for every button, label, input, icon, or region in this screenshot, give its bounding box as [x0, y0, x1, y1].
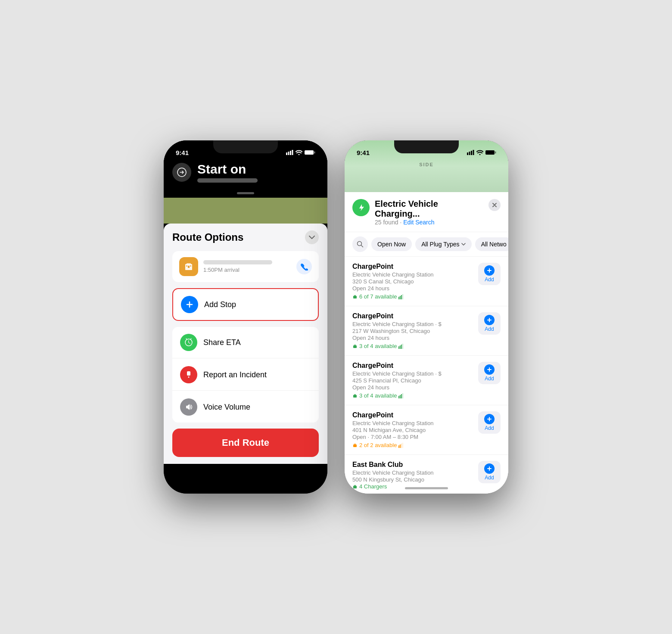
edit-search-link[interactable]: Edit Search	[403, 219, 434, 226]
filter-search-icon-button[interactable]	[352, 236, 368, 252]
svg-rect-35	[402, 344, 403, 349]
panel-title-row: Electric Vehicle Charging... 25 found · …	[352, 199, 501, 226]
svg-rect-52	[355, 485, 356, 486]
svg-rect-42	[402, 393, 403, 398]
nav-subtitle-bar	[197, 178, 258, 183]
svg-rect-0	[286, 152, 287, 155]
destination-info: 1:50PM arrival	[203, 260, 291, 273]
collapse-button[interactable]	[305, 230, 319, 244]
charger-plug-icon-1	[352, 344, 358, 349]
nav-header: Start on	[164, 159, 327, 189]
networks-label: All Netwo	[481, 241, 507, 248]
svg-rect-41	[401, 394, 402, 398]
chevron-down-icon-2	[461, 243, 466, 246]
voice-volume-icon	[180, 398, 197, 416]
add-label-2: Add	[485, 376, 494, 382]
plus-icon-3	[487, 416, 492, 422]
charger-type-1: Electric Vehicle Charging Station · $	[352, 321, 473, 327]
voice-volume-label: Voice Volume	[203, 403, 250, 412]
end-route-button[interactable]: End Route	[172, 429, 319, 457]
share-eta-item[interactable]: Share ETA	[172, 327, 319, 358]
networks-filter[interactable]: All Netwo	[475, 237, 508, 251]
status-time-2: 9:41	[357, 149, 370, 156]
charger-name-2: ChargePoint	[352, 362, 473, 370]
svg-rect-40	[400, 395, 401, 398]
add-button-2[interactable]: Add	[478, 362, 501, 384]
svg-rect-49	[402, 443, 403, 448]
close-panel-button[interactable]	[488, 199, 501, 211]
add-plus-icon-4	[484, 463, 495, 474]
svg-rect-1	[288, 152, 289, 155]
svg-rect-18	[473, 150, 474, 155]
add-plus-icon-2	[484, 364, 495, 375]
arrival-time: 1:50PM arrival	[203, 267, 291, 273]
notch-2	[394, 140, 459, 153]
availability-text-4: 4 Chargers	[359, 483, 387, 490]
charger-type-0: Electric Vehicle Charging Station	[352, 271, 473, 278]
phone-icon	[300, 263, 308, 270]
panel-subtitle: 25 found · Edit Search	[375, 219, 483, 226]
svg-rect-19	[485, 150, 495, 155]
svg-rect-24	[355, 295, 356, 296]
add-stop-label: Add Stop	[204, 300, 236, 309]
speaker-icon	[184, 402, 193, 412]
status-time-1: 9:41	[176, 149, 189, 156]
signal-icon	[286, 150, 293, 155]
svg-rect-9	[186, 265, 187, 267]
svg-rect-30	[354, 345, 355, 346]
svg-rect-39	[398, 396, 399, 398]
destination-card[interactable]: 1:50PM arrival	[172, 251, 319, 282]
svg-rect-43	[353, 444, 357, 447]
svg-rect-45	[355, 444, 356, 445]
svg-rect-37	[354, 394, 355, 395]
add-button-4[interactable]: Add	[478, 461, 501, 483]
charger-info-2: ChargePoint Electric Vehicle Charging St…	[352, 362, 473, 399]
search-icon	[356, 240, 364, 248]
availability-text-2: 3 of 4 available	[359, 392, 397, 399]
signal-availability-icon	[398, 294, 404, 299]
charger-item[interactable]: ChargePoint Electric Vehicle Charging St…	[345, 356, 508, 405]
add-button-0[interactable]: Add	[478, 263, 501, 285]
charger-info-4: East Bank Club Electric Vehicle Charging…	[352, 461, 473, 490]
svg-rect-44	[354, 444, 355, 445]
voice-volume-item[interactable]: Voice Volume	[172, 392, 319, 423]
svg-rect-38	[355, 394, 356, 395]
add-button-1[interactable]: Add	[478, 312, 501, 335]
battery-icon-2	[485, 150, 496, 155]
charger-item[interactable]: ChargePoint Electric Vehicle Charging St…	[345, 405, 508, 455]
signal-availability-icon-3	[398, 443, 404, 448]
add-stop-button[interactable]: Add Stop	[172, 288, 319, 321]
section-header: Route Options	[172, 230, 319, 244]
charger-item[interactable]: ChargePoint Electric Vehicle Charging St…	[345, 257, 508, 306]
add-label-1: Add	[485, 326, 494, 332]
charger-type-3: Electric Vehicle Charging Station	[352, 420, 473, 426]
svg-rect-15	[467, 152, 468, 155]
add-plus-icon-1	[484, 315, 495, 325]
svg-rect-2	[290, 151, 291, 155]
plug-types-filter[interactable]: All Plug Types	[415, 237, 471, 251]
signal-icon-2	[467, 150, 474, 155]
charger-hours-3: Open · 7:00 AM – 8:30 PM	[352, 434, 473, 440]
destination-name-bar	[203, 260, 272, 264]
charger-hours-1: Open 24 hours	[352, 335, 473, 341]
svg-rect-50	[353, 486, 357, 488]
arrow-right-icon	[177, 168, 187, 177]
svg-rect-17	[471, 151, 472, 155]
charger-name-0: ChargePoint	[352, 263, 473, 270]
phone-call-button[interactable]	[296, 259, 312, 274]
charger-item[interactable]: ChargePoint Electric Vehicle Charging St…	[345, 306, 508, 356]
plus-icon-0	[487, 268, 492, 273]
add-label-0: Add	[485, 277, 494, 283]
charger-hours-0: Open 24 hours	[352, 285, 473, 292]
add-button-3[interactable]: Add	[478, 411, 501, 434]
open-now-filter[interactable]: Open Now	[371, 237, 412, 251]
charger-plug-icon-3	[352, 443, 358, 448]
svg-rect-8	[188, 266, 190, 268]
charger-availability-0: 6 of 7 available	[352, 293, 473, 300]
svg-rect-29	[353, 345, 357, 348]
nav-arrow-icon[interactable]	[172, 163, 191, 182]
destination-icon	[179, 257, 198, 276]
charger-list: ChargePoint Electric Vehicle Charging St…	[345, 257, 508, 494]
ev-bolt-icon	[356, 203, 366, 212]
report-incident-item[interactable]: Report an Incident	[172, 359, 319, 391]
